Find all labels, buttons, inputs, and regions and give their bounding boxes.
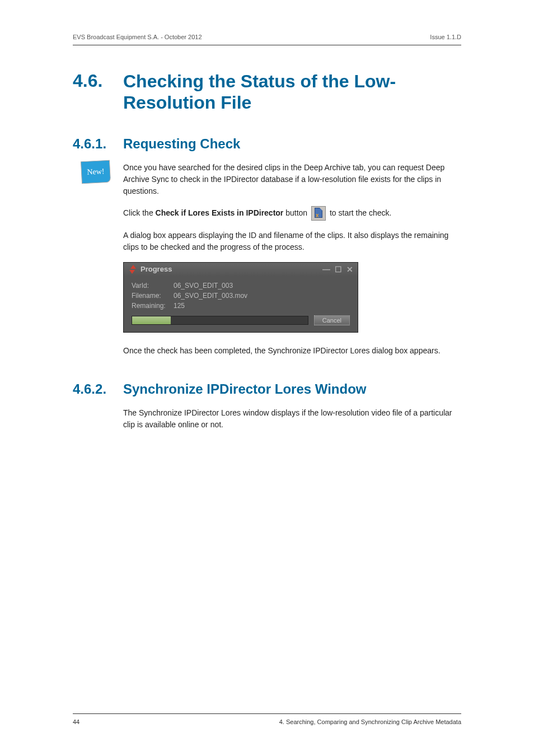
check-lores-icon: x	[311, 206, 326, 221]
new-badge-text: New!	[87, 167, 105, 177]
row-label: VarId:	[132, 282, 174, 290]
section-number: 4.6.	[73, 71, 123, 91]
subsection-1-number: 4.6.1.	[73, 136, 123, 152]
row-value: 125	[174, 302, 185, 310]
progress-row: VarId: 06_SVO_EDIT_003	[132, 282, 350, 290]
progress-arrows-icon	[128, 265, 137, 274]
row-label: Remaining:	[132, 302, 174, 310]
progress-row: Filename: 06_SVO_EDIT_003.mov	[132, 292, 350, 300]
button-reference: Check if Lores Exists in IPDirector	[156, 208, 284, 217]
paragraph: Once you have searched for the desired c…	[123, 162, 461, 197]
section-heading: 4.6. Checking the Status of the Low-Reso…	[73, 71, 461, 114]
header-left: EVS Broadcast Equipment S.A. - October 2…	[73, 34, 202, 40]
dialog-body: VarId: 06_SVO_EDIT_003 Filename: 06_SVO_…	[124, 276, 358, 332]
dialog-titlebar: Progress — ☐ ✕	[124, 263, 358, 276]
section-title: Checking the Status of the Low-Resolutio…	[123, 71, 461, 114]
progress-row: Remaining: 125	[132, 302, 350, 310]
row-value: 06_SVO_EDIT_003	[174, 282, 233, 290]
subsection-1-heading: 4.6.1. Requesting Check	[73, 136, 461, 152]
page-header: EVS Broadcast Equipment S.A. - October 2…	[73, 34, 461, 45]
paragraph: The Synchronize IPDirector Lores window …	[123, 407, 461, 431]
paragraph: Once the check has been completed, the S…	[123, 345, 461, 357]
minimize-icon[interactable]: —	[322, 265, 330, 274]
subsection-2-heading: 4.6.2. Synchronize IPDirector Lores Wind…	[73, 381, 461, 397]
progress-fill	[132, 316, 171, 324]
footer-chapter: 4. Searching, Comparing and Synchronizin…	[279, 718, 461, 725]
header-right: Issue 1.1.D	[430, 34, 461, 40]
paragraph: Click the Check if Lores Exists in IPDir…	[123, 206, 461, 221]
subsection-1-title: Requesting Check	[123, 136, 240, 152]
cancel-button[interactable]: Cancel	[314, 315, 350, 325]
paragraph: A dialog box appears displaying the ID a…	[123, 230, 461, 253]
close-icon[interactable]: ✕	[346, 265, 353, 274]
page-number: 44	[73, 718, 79, 725]
row-value: 06_SVO_EDIT_003.mov	[174, 292, 247, 300]
subsection-2-number: 4.6.2.	[73, 381, 123, 397]
subsection-2-title: Synchronize IPDirector Lores Window	[123, 381, 367, 397]
progress-dialog: Progress — ☐ ✕ VarId: 06_SVO_EDIT_003 Fi…	[123, 262, 358, 333]
dialog-title: Progress	[140, 265, 172, 273]
new-badge: New!	[81, 160, 111, 184]
progress-bar	[132, 316, 308, 325]
row-label: Filename:	[132, 292, 174, 300]
maximize-icon[interactable]: ☐	[335, 265, 342, 274]
page-footer: 44 4. Searching, Comparing and Synchroni…	[73, 713, 461, 725]
